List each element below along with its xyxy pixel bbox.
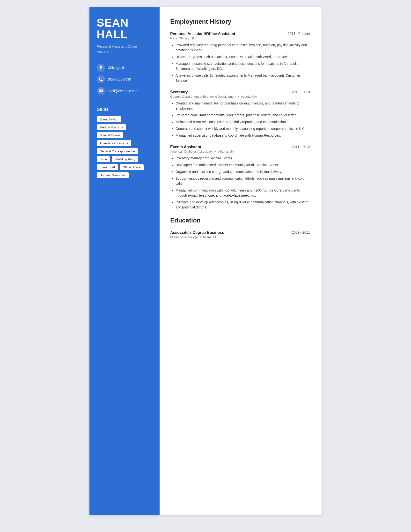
separator-dot [238,96,239,97]
bullet-item: Prepared consultant agreements, work ord… [176,113,310,118]
skill-tag: Event Staff [97,164,118,170]
job-location: Atlanta, GA [241,95,257,98]
bullet-item: Utilized programs such as Outlook, Power… [176,54,310,59]
edu-school: Miami Dade College [170,235,198,239]
job-block: Events Assistant2011 - 2012American Diab… [170,145,310,210]
edu-school-line: Miami Dade CollegeMiami, FL [170,235,310,239]
jobs-list: Personal Assistant/Office Assistant2013 … [170,32,310,210]
edu-degree: Associate's Degree Business [170,230,224,235]
skill-tag: Bride [97,156,110,162]
phone-text: (650) 555-0830 [108,77,131,81]
bullet-item: Inventory manager for Special Events. [176,156,310,161]
job-bullets: Provided regularly recurring personal ca… [176,43,310,83]
job-company-line: Georgia Department of Economic Developme… [170,95,310,98]
bullet-item: Answered phone calls Scheduled appointme… [176,73,310,83]
main-content: Employment History Personal Assistant/Of… [159,7,322,515]
bullet-item: Developed and maintained intranet commun… [176,162,310,168]
job-bullets: Created and maintained files for purchas… [176,101,310,138]
skills-tags: Event Set-UpMedical RecordsSpecial Event… [97,116,152,178]
job-header: Events Assistant2011 - 2012 [170,145,310,149]
bullet-item: Maintained communication with >50 volunt… [176,188,310,198]
skill-tag: Office Space [120,164,143,170]
candidate-name: SEAN HALL [97,17,152,40]
skill-tag: Special Events [97,132,123,138]
education-list: Associate's Degree Business2009 - 2011Mi… [170,230,310,239]
skill-tag: Medical Records [97,124,126,130]
job-company-line: American Diabetes AssociationAtlanta, GA [170,150,310,153]
job-block: Personal Assistant/Office Assistant2013 … [170,32,310,83]
job-header: Personal Assistant/Office Assistant2013 … [170,32,310,36]
skill-tag: Event Set-Up [97,116,121,122]
skills-section: Skills Event Set-UpMedical RecordsSpecia… [97,107,152,178]
skill-tag: Wedding Party [112,156,138,162]
edu-location: Miami, FL [203,235,217,239]
email-text: shall@example.com [108,89,138,93]
job-location: Atlanta, GA [218,150,234,153]
employment-heading: Employment History [170,18,310,27]
job-bullets: Inventory manager for Special Events.Dev… [176,156,310,210]
bullet-item: Maintained supervisor database to coordi… [176,133,310,138]
job-header: Secretary2012 - 2013 [170,90,310,94]
email-icon [97,87,105,95]
job-location: Chicago, IL [179,37,195,40]
education-heading: Education [170,217,310,226]
contact-section: Chicago, IL (650) 555-0830 shall@example… [97,64,152,95]
skills-heading: Skills [97,107,152,112]
job-block: Secretary2012 - 2013Georgia Department o… [170,90,310,138]
bullet-item: Managed household staff activities and s… [176,61,310,71]
location-icon [97,64,105,72]
skill-tag: Attendance Records [97,140,131,146]
separator-dot [176,38,177,39]
bullet-item: Support various recruiting and communica… [176,176,310,186]
job-company: Georgia Department of Economic Developme… [170,95,236,98]
education-section: Education Associate's Degree Business200… [170,217,310,239]
bullet-item: Organized and assisted charge and commun… [176,169,310,174]
job-title: Events Assistant [170,145,201,149]
bullet-item: Maintained client relationships through … [176,119,310,124]
skill-tag: General Correspondence [97,148,138,154]
bullet-item: Cultivate and develop relationships, usi… [176,200,310,210]
contact-email: shall@example.com [97,87,152,95]
separator-dot [200,237,201,238]
contact-phone: (650) 555-0830 [97,75,152,83]
job-dates: 2011 - 2012 [292,145,310,149]
resume-container: SEAN HALL Personal Assistant/Office Assi… [89,7,322,515]
job-title: Personal Assistant/Office Assistant [170,32,235,36]
job-dates: 2013 - Present [288,32,310,36]
contact-location: Chicago, IL [97,64,152,72]
job-company-line: NaChicago, IL [170,37,310,40]
job-dates: 2012 - 2013 [292,90,310,94]
education-block: Associate's Degree Business2009 - 2011Mi… [170,230,310,239]
edu-header: Associate's Degree Business2009 - 2011 [170,230,310,235]
bullet-item: Provided regularly recurring personal ca… [176,43,310,53]
job-company: American Diabetes Association [170,150,214,153]
candidate-title: Personal Assistant/Office Assistant [97,44,152,54]
bullet-item: Created and maintained files for purchas… [176,101,310,111]
separator-dot [215,151,216,152]
skill-tag: Human Resources [97,172,129,178]
job-title: Secretary [170,90,188,94]
bullet-item: Generate and submit weekly and monthly a… [176,126,310,131]
job-company: Na [170,37,174,40]
sidebar: SEAN HALL Personal Assistant/Office Assi… [89,7,159,515]
phone-icon [97,75,105,83]
location-text: Chicago, IL [108,66,125,70]
edu-dates: 2009 - 2011 [292,230,310,234]
